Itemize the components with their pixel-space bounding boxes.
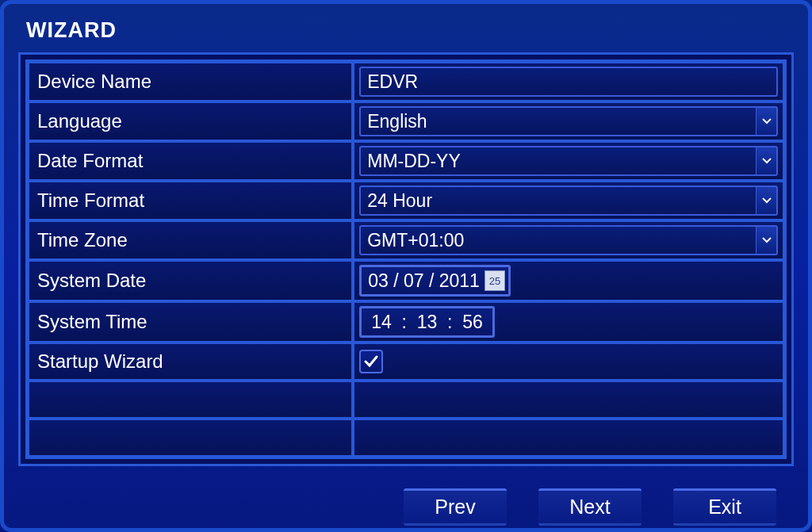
- time-zone-label: Time Zone: [28, 220, 353, 260]
- empty-row: [353, 419, 784, 457]
- form-container: Device Name Language English Date: [18, 52, 794, 466]
- empty-row: [28, 419, 353, 457]
- system-time-input[interactable]: 14 : 13 : 56: [359, 306, 495, 338]
- next-button[interactable]: Next: [538, 488, 642, 526]
- system-time-label: System Time: [28, 301, 353, 343]
- device-name-input[interactable]: [359, 67, 778, 97]
- window-title: WIZARD: [4, 4, 808, 52]
- check-icon: [363, 354, 379, 369]
- language-select[interactable]: English: [359, 106, 778, 136]
- device-name-label: Device Name: [28, 62, 353, 101]
- calendar-icon[interactable]: 25: [485, 270, 505, 291]
- system-date-input[interactable]: 03 / 07 / 2011 25: [359, 265, 511, 297]
- empty-row: [353, 381, 784, 419]
- button-bar: Prev Next Exit: [4, 474, 808, 532]
- chevron-down-icon: [756, 187, 776, 214]
- startup-wizard-checkbox[interactable]: [359, 350, 383, 373]
- language-value: English: [367, 111, 427, 132]
- empty-row: [28, 381, 353, 419]
- time-zone-value: GMT+01:00: [367, 230, 464, 251]
- exit-button[interactable]: Exit: [673, 488, 776, 526]
- date-format-label: Date Format: [28, 141, 353, 181]
- language-label: Language: [28, 101, 353, 141]
- settings-table: Device Name Language English Date: [25, 59, 787, 459]
- system-time-value: 14 : 13 : 56: [371, 312, 483, 333]
- time-format-select[interactable]: 24 Hour: [359, 186, 778, 216]
- time-zone-select[interactable]: GMT+01:00: [359, 225, 778, 255]
- prev-button[interactable]: Prev: [404, 488, 507, 526]
- chevron-down-icon: [756, 147, 776, 174]
- system-date-label: System Date: [28, 260, 353, 301]
- time-format-value: 24 Hour: [367, 190, 432, 212]
- system-date-value: 03 / 07 / 2011: [368, 270, 480, 292]
- date-format-value: MM-DD-YY: [367, 151, 461, 172]
- time-format-label: Time Format: [28, 181, 353, 220]
- chevron-down-icon: [756, 108, 776, 135]
- chevron-down-icon: [756, 227, 776, 254]
- wizard-window: WIZARD Device Name Language English: [4, 4, 808, 528]
- startup-wizard-label: Startup Wizard: [28, 343, 353, 381]
- date-format-select[interactable]: MM-DD-YY: [359, 146, 778, 176]
